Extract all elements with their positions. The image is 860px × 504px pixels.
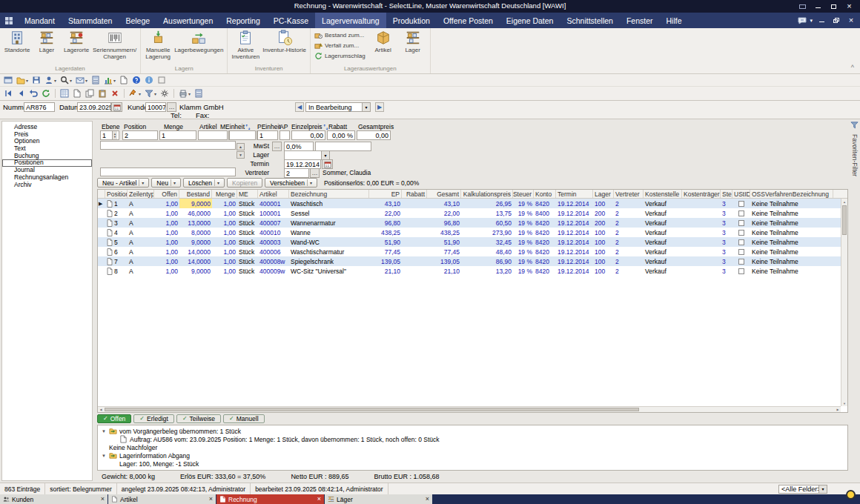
gesamtpreis-input[interactable]: 0,00	[357, 130, 391, 140]
row-checkbox[interactable]	[738, 249, 744, 255]
col-header-rabatt[interactable]: Rabatt	[402, 190, 427, 198]
col-header-konto[interactable]: Konto	[534, 190, 556, 198]
ribbon-item-bestand-zum[interactable]: Bestand zum...	[313, 30, 367, 40]
col-header-position[interactable]: Position	[105, 190, 128, 198]
menu-fenster[interactable]: Fenster	[620, 13, 660, 28]
ribbon-item-aktive[interactable]: Aktive Inventuren	[230, 29, 261, 61]
undo-button[interactable]	[27, 88, 39, 99]
kopieren-button[interactable]: Kopieren	[227, 178, 262, 188]
ribbon-item-läger[interactable]: Läger	[32, 29, 62, 54]
vertical-scrollbar[interactable]: ▲ ▼	[841, 199, 847, 406]
row-checkbox[interactable]	[738, 268, 744, 274]
taskbar-tab-läger[interactable]: Läger×	[325, 494, 432, 504]
col-header-steuer[interactable]: Steuer	[513, 190, 534, 198]
status-combo[interactable]: In Bearbeitung ▾	[305, 102, 371, 112]
table-row[interactable]: 5A1,009,00001,00Stück400003Wand-WC51,905…	[98, 237, 841, 247]
menu-produktion[interactable]: Produktion	[386, 13, 437, 28]
col-header-termin[interactable]: Termin	[556, 190, 593, 198]
ribbon-collapse-icon[interactable]: ^	[851, 64, 854, 71]
tree-node[interactable]: Lager: 100, Menge: -1 Stück	[99, 460, 846, 468]
datum-input[interactable]: 23.09.2025	[77, 102, 111, 112]
tree-node[interactable]: ▼Lagerinformation Abgang	[99, 451, 846, 460]
ribbon-item-lagerumschlag[interactable]: Lagerumschlag	[313, 51, 367, 61]
meinheit-input[interactable]	[229, 130, 256, 140]
tab-close-icon[interactable]: ×	[209, 496, 213, 503]
menu-auswertungen[interactable]: Auswertungen	[156, 13, 219, 28]
folder-button[interactable]: ▾	[15, 75, 30, 86]
calc-button[interactable]	[193, 88, 205, 99]
posform-extra-field-1[interactable]	[100, 141, 236, 150]
filter-offen-button[interactable]: ✓Offen	[97, 414, 131, 423]
scroll-left-icon[interactable]: ◀	[98, 407, 104, 412]
row-checkbox[interactable]	[738, 220, 744, 226]
nummer-input[interactable]: AR876	[24, 102, 55, 112]
taskbar-tab-artikel[interactable]: Artikel×	[108, 494, 216, 504]
row-checkbox[interactable]	[738, 230, 744, 236]
table-row[interactable]: 6A1,0014,00001,00Stück400006Waschtischar…	[98, 247, 841, 256]
verschieben-button[interactable]: Verschieben ▾	[265, 178, 317, 188]
tab-close-icon[interactable]: ×	[426, 496, 429, 503]
first-button[interactable]	[2, 88, 14, 99]
minimize-button[interactable]	[810, 1, 826, 12]
mail-button[interactable]: ▾	[74, 75, 89, 86]
info-button[interactable]	[143, 75, 155, 86]
calc-button[interactable]	[90, 75, 102, 86]
mdi-restore-button[interactable]	[830, 16, 842, 26]
ribbon-item-verfall-zum[interactable]: Verfall zum...	[313, 41, 367, 50]
ribbon-item-inventur-historie[interactable]: Inventur-Historie	[261, 29, 308, 54]
vertreter-lookup-button[interactable]: …	[310, 168, 320, 178]
table-row[interactable]: 8A1,009,00001,00Stück400009wWC-Sitz "Uni…	[98, 266, 841, 276]
menu-reporting[interactable]: Reporting	[219, 13, 267, 28]
col-header-vertreter[interactable]: Vertreter	[614, 190, 644, 198]
menu-eigene-daten[interactable]: Eigene Daten	[500, 13, 560, 28]
status-next-button[interactable]: ▶	[375, 102, 384, 112]
vscroll-thumb[interactable]	[842, 205, 847, 235]
scroll-up-icon[interactable]: ▲	[841, 199, 847, 205]
tree-node[interactable]: ▼vom Vorgängerbeleg übernommen: 1 Stück	[99, 427, 846, 435]
col-header-ustidfa[interactable]: UStIDfA	[732, 190, 750, 198]
scroll-right-icon[interactable]: ▶	[835, 407, 841, 412]
col-header-bezeichnung[interactable]: Bezeichnung	[289, 190, 369, 198]
doc-button[interactable]	[118, 75, 130, 86]
refresh-button[interactable]	[40, 88, 52, 99]
menge-input[interactable]: 1	[159, 130, 196, 140]
col-header-kostenstelle[interactable]: Kostenstelle	[644, 190, 682, 198]
vertreter-input[interactable]: 2	[284, 168, 309, 178]
mdi-close-button[interactable]: ×	[845, 16, 857, 26]
notification-badge[interactable]	[846, 490, 856, 500]
menu-lagerverwaltung[interactable]: Lagerverwaltung	[315, 13, 386, 28]
col-header-zeilentyp[interactable]: Zeilentyp	[128, 190, 154, 198]
ribbon-item-artikel[interactable]: Artikel	[368, 29, 398, 54]
horizontal-scrollbar[interactable]: ◀ ▶	[98, 406, 841, 412]
feedback-dropdown-icon[interactable]: ▾	[810, 18, 813, 24]
field-filter-combo[interactable]: <Alle Felder> ▾	[778, 485, 827, 494]
peinheit-input[interactable]: 1	[257, 130, 278, 140]
col-header-kalkulationspreis[interactable]: Kalkulationspreis	[461, 190, 513, 198]
row-checkbox[interactable]	[738, 239, 744, 245]
posform-extra-field-2[interactable]	[100, 168, 236, 176]
tree-node[interactable]: Keine Nachfolger	[99, 443, 846, 451]
menu-schnittstellen[interactable]: Schnittstellen	[560, 13, 619, 28]
prev-button[interactable]	[15, 88, 27, 99]
ribbon-item-lagerorte[interactable]: Lagerorte	[62, 29, 91, 54]
ribbon-item-manuelle[interactable]: Manuelle Lagerung	[143, 29, 173, 61]
row-checkbox[interactable]	[738, 259, 744, 265]
position-input[interactable]: 2	[122, 130, 158, 140]
row-checkbox[interactable]	[738, 210, 744, 216]
einzelpreis-input[interactable]: 0,00	[291, 130, 325, 140]
ribbon-item-seriennummern[interactable]: Seriennummern/ Chargen	[91, 29, 138, 61]
filter-teilweise-button[interactable]: ✓Teilweise	[176, 414, 221, 423]
menu-belege[interactable]: Belege	[119, 13, 156, 28]
print-button[interactable]: ▾	[177, 88, 192, 99]
col-header-gesamt[interactable]: Gesamt	[427, 190, 461, 198]
tree-expander-icon[interactable]: ▼	[101, 454, 107, 458]
termin-calendar-button[interactable]	[322, 159, 333, 169]
ribbon-item-standorte[interactable]: Standorte	[2, 29, 32, 54]
neu-artikel-button[interactable]: Neu - Artikel ▾	[97, 178, 149, 188]
col-header-bestand[interactable]: Bestand	[179, 190, 212, 198]
chart-button[interactable]: ▾	[102, 75, 117, 86]
tree-expander-icon[interactable]: ▼	[101, 429, 107, 434]
datum-calendar-button[interactable]	[111, 102, 122, 112]
square-button[interactable]	[156, 75, 168, 86]
menu-offene-posten[interactable]: Offene Posten	[437, 13, 500, 28]
